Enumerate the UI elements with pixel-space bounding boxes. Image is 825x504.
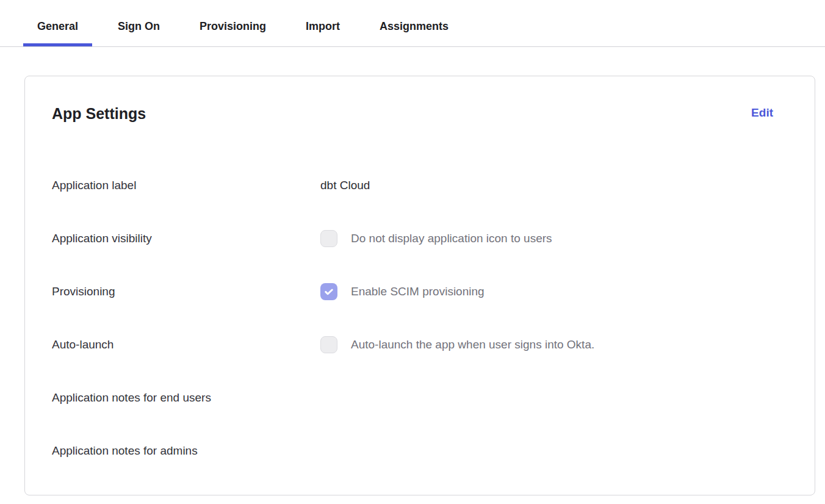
- row-notes-admins: Application notes for admins: [52, 424, 773, 477]
- edit-button[interactable]: Edit: [751, 104, 773, 121]
- checkbox-label: Auto-launch the app when user signs into…: [351, 338, 594, 351]
- auto-launch-checkbox[interactable]: [320, 336, 337, 353]
- tab-sign-on-label: Sign On: [118, 20, 160, 33]
- card-title: App Settings: [52, 104, 146, 123]
- row-provisioning: Provisioning Enable SCIM provisioning: [52, 265, 773, 318]
- application-visibility-checkbox[interactable]: [320, 230, 337, 247]
- row-notes-end-users: Application notes for end users: [52, 371, 773, 424]
- row-application-visibility: Application visibility Do not display ap…: [52, 212, 773, 265]
- tab-sign-on[interactable]: Sign On: [104, 6, 174, 46]
- tab-assignments-label: Assignments: [380, 20, 449, 33]
- card-header: App Settings Edit: [52, 104, 773, 123]
- tab-general[interactable]: General: [23, 6, 92, 46]
- checkbox-label: Enable SCIM provisioning: [351, 285, 485, 298]
- field-label: Application visibility: [52, 232, 320, 245]
- field-label: Application notes for admins: [52, 444, 320, 458]
- scim-provisioning-checkbox[interactable]: [320, 283, 337, 300]
- tab-import[interactable]: Import: [292, 6, 354, 46]
- checkbox-label: Do not display application icon to users: [351, 232, 552, 245]
- auto-launch-option: Auto-launch the app when user signs into…: [320, 336, 594, 353]
- tab-provisioning[interactable]: Provisioning: [186, 6, 280, 46]
- field-label: Application notes for end users: [52, 391, 320, 405]
- app-settings-card: App Settings Edit Application label dbt …: [24, 76, 815, 495]
- application-visibility-option: Do not display application icon to users: [320, 230, 552, 247]
- tab-provisioning-label: Provisioning: [200, 20, 266, 33]
- app-tab-bar: General Sign On Provisioning Import Assi…: [0, 0, 825, 47]
- field-label: Application label: [52, 179, 320, 192]
- row-auto-launch: Auto-launch Auto-launch the app when use…: [52, 318, 773, 371]
- field-label: Provisioning: [52, 285, 320, 298]
- check-icon: [323, 286, 334, 297]
- field-label: Auto-launch: [52, 338, 320, 351]
- tab-import-label: Import: [306, 20, 340, 33]
- tab-assignments[interactable]: Assignments: [366, 6, 463, 46]
- application-label-value: dbt Cloud: [320, 179, 370, 192]
- scim-provisioning-option: Enable SCIM provisioning: [320, 283, 485, 300]
- settings-rows: Application label dbt Cloud Application …: [52, 159, 773, 477]
- tab-general-label: General: [37, 20, 78, 33]
- row-application-label: Application label dbt Cloud: [52, 159, 773, 212]
